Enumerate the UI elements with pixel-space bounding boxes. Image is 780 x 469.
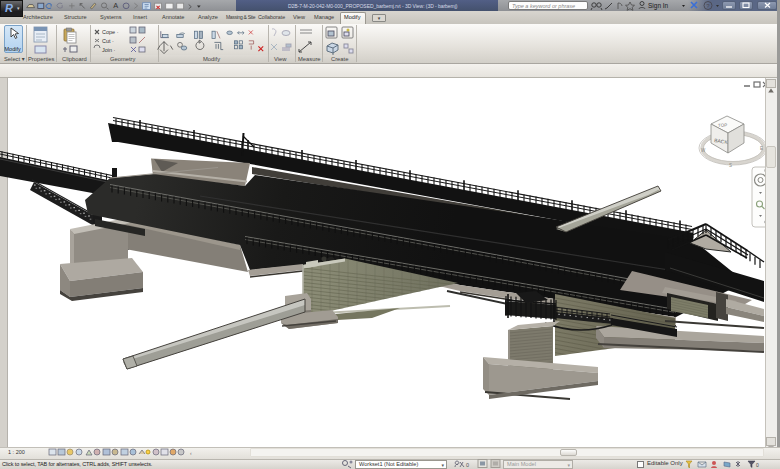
- svg-text:E: E: [760, 146, 763, 151]
- svg-text:S: S: [729, 163, 732, 168]
- svg-text:0: 0: [466, 462, 469, 468]
- svg-text:TOP: TOP: [718, 123, 727, 128]
- svg-text:Cope ·: Cope ·: [102, 29, 119, 35]
- svg-text:Cut ·: Cut ·: [102, 38, 114, 44]
- svg-text:?: ?: [706, 3, 710, 9]
- svg-text:Sign In: Sign In: [648, 2, 669, 10]
- svg-text:0: 0: [756, 462, 759, 468]
- svg-text:A: A: [113, 1, 118, 10]
- svg-text:Join ·: Join ·: [102, 47, 116, 53]
